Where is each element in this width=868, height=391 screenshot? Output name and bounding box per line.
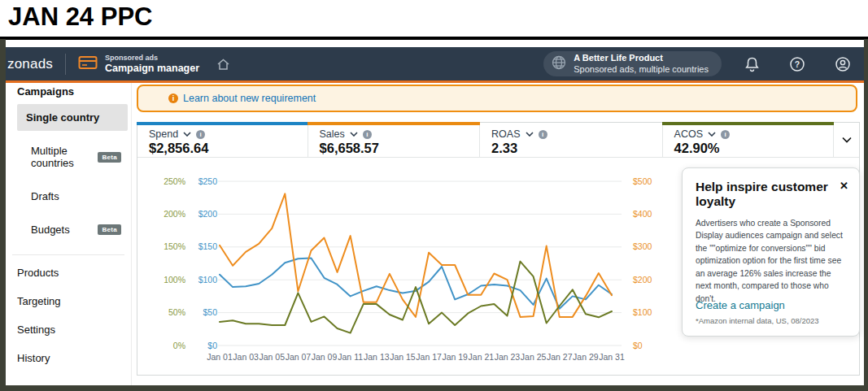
metric-label: ROAS xyxy=(491,128,520,140)
help-panel-body: Advertisers who create a Sponsored Displ… xyxy=(696,217,844,305)
axis-tick-label: 50% xyxy=(168,307,185,317)
chevron-down-icon[interactable] xyxy=(183,132,191,137)
axis-tick-label: Jan 15 xyxy=(390,352,416,362)
axis-tick-label: $200 xyxy=(198,209,218,219)
axis-tick-label: 0% xyxy=(173,341,185,350)
info-circle-icon[interactable]: i xyxy=(721,130,730,139)
create-campaign-link[interactable]: Create a campaign xyxy=(696,299,785,311)
metric-tab-roas[interactable]: ROASi2.33 xyxy=(480,123,663,157)
metrics-row: Spendi$2,856.64Salesi$6,658.57ROASi2.33A… xyxy=(137,123,859,158)
learn-requirement-link[interactable]: Learn about new requirement xyxy=(183,93,316,104)
sidebar-item-label: Drafts xyxy=(31,190,59,202)
metric-accent-stripe xyxy=(662,122,835,125)
sidebar-item-budgets[interactable]: BudgetsBeta xyxy=(14,216,128,243)
top-navbar: zonads Sponsored ads Campaign manager A … xyxy=(6,47,864,83)
axis-tick-label: $100 xyxy=(198,275,218,285)
axis-tick-label: $250 xyxy=(198,176,218,186)
axis-tick-label: Jan 09 xyxy=(312,352,338,362)
chart-line-acos xyxy=(220,262,612,333)
metric-value: $6,658.57 xyxy=(320,141,480,156)
axis-tick-label: Jan 27 xyxy=(547,352,573,362)
axis-tick-label: 150% xyxy=(164,241,185,251)
axis-tick-label: Jan 11 xyxy=(338,352,363,362)
axis-tick-label: Jan 21 xyxy=(469,352,495,362)
collapse-metrics-chevron-icon[interactable] xyxy=(834,123,859,157)
axis-tick-label: Jan 07 xyxy=(286,352,312,362)
axis-tick-label: Jan 13 xyxy=(364,352,390,362)
metric-value: 42.90% xyxy=(674,141,834,156)
axis-tick-label: Jan 23 xyxy=(495,352,521,362)
info-circle-icon[interactable]: i xyxy=(539,130,547,139)
title-divider xyxy=(0,37,868,40)
axis-tick-label: 200% xyxy=(164,209,185,219)
axis-tick-label: $300 xyxy=(633,241,652,251)
sidebar-item-settings[interactable]: Settings xyxy=(6,315,131,344)
axis-tick-label: Jan 01 xyxy=(207,352,233,362)
axis-tick-label: $0 xyxy=(633,341,643,350)
axis-tick-label: Jan 03 xyxy=(233,352,259,362)
sidebar-item-label: Multiple countries xyxy=(31,145,98,169)
sidebar-item-products[interactable]: Products xyxy=(6,258,131,287)
sidebar-divider xyxy=(12,254,124,255)
sidebar-item-label: Budgets xyxy=(31,224,70,236)
chevron-down-icon[interactable] xyxy=(708,132,716,137)
beta-badge: Beta xyxy=(98,224,121,235)
frame-bottom xyxy=(0,385,868,391)
metric-tab-spend[interactable]: Spendi$2,856.64 xyxy=(137,123,308,157)
info-circle-icon: i xyxy=(168,93,178,103)
axis-tick-label: Jan 17 xyxy=(416,352,442,362)
screen: JAN 24 PPC zonads Sponsored ads Campaign… xyxy=(0,0,868,391)
metric-accent-stripe xyxy=(308,122,481,125)
home-icon[interactable] xyxy=(216,58,230,71)
axis-tick-label: Jan 31 xyxy=(599,352,625,362)
help-panel-title: Help inspire customer loyalty xyxy=(696,180,842,209)
app-title: Campaign manager xyxy=(105,63,199,74)
close-icon[interactable]: ✕ xyxy=(840,180,848,192)
page-title: JAN 24 PPC xyxy=(8,2,152,32)
amazon-ads-logo[interactable]: zonads xyxy=(7,56,53,72)
account-selector[interactable]: A Better Life Product Sponsored ads, mul… xyxy=(543,51,722,76)
metric-label: Sales xyxy=(320,128,345,140)
sidebar-item-single-country[interactable]: Single country xyxy=(17,104,128,131)
axis-tick-label: Jan 29 xyxy=(573,352,599,362)
axis-tick-label: Jan 25 xyxy=(521,352,547,362)
help-panel: Help inspire customer loyalty ✕ Advertis… xyxy=(682,167,860,337)
axis-tick-label: 250% xyxy=(164,176,185,186)
metric-tab-sales[interactable]: Salesi$6,658.57 xyxy=(308,123,481,157)
metric-accent-stripe xyxy=(137,122,308,125)
chevron-down-icon[interactable] xyxy=(350,132,358,137)
sidebar-item-drafts[interactable]: Drafts xyxy=(14,183,128,210)
svg-text:?: ? xyxy=(795,59,800,69)
chevron-down-icon[interactable] xyxy=(526,132,534,137)
metric-label: ACOS xyxy=(674,128,703,140)
axis-tick-label: $500 xyxy=(633,176,652,186)
person-circle-icon[interactable] xyxy=(835,56,851,72)
sidebar-section-campaigns: Campaigns xyxy=(6,83,131,98)
account-scope: Sponsored ads, multiple countries xyxy=(574,64,709,76)
axis-tick-label: Jan 19 xyxy=(442,352,468,362)
frame-right xyxy=(864,39,868,391)
question-circle-icon[interactable]: ? xyxy=(789,56,805,72)
info-circle-icon[interactable]: i xyxy=(196,130,205,139)
axis-tick-label: $50 xyxy=(203,307,217,317)
chart-line-sales xyxy=(220,193,612,317)
axis-tick-label: $150 xyxy=(198,241,218,251)
axis-tick-label: $400 xyxy=(633,209,652,219)
sidebar-item-label: Single country xyxy=(26,111,99,124)
beta-badge: Beta xyxy=(98,152,121,163)
metric-value: $2,856.64 xyxy=(149,141,308,156)
sidebar-item-multiple-countries[interactable]: Multiple countriesBeta xyxy=(14,137,128,176)
requirement-banner: i Learn about new requirement xyxy=(137,85,857,112)
globe-icon xyxy=(551,54,567,74)
bell-icon[interactable] xyxy=(744,56,760,72)
metric-tab-acos[interactable]: ACOSi42.90% xyxy=(663,123,835,157)
frame-left xyxy=(0,39,6,391)
metric-label: Spend xyxy=(149,128,178,140)
axis-tick-label: 100% xyxy=(164,275,185,285)
info-circle-icon[interactable]: i xyxy=(363,130,372,139)
axis-tick-label: Jan 05 xyxy=(260,352,286,362)
sidebar-item-history[interactable]: History xyxy=(6,344,131,372)
axis-tick-label: $100 xyxy=(633,307,652,317)
sidebar-item-targeting[interactable]: Targeting xyxy=(6,287,131,315)
account-name: A Better Life Product xyxy=(574,53,709,64)
